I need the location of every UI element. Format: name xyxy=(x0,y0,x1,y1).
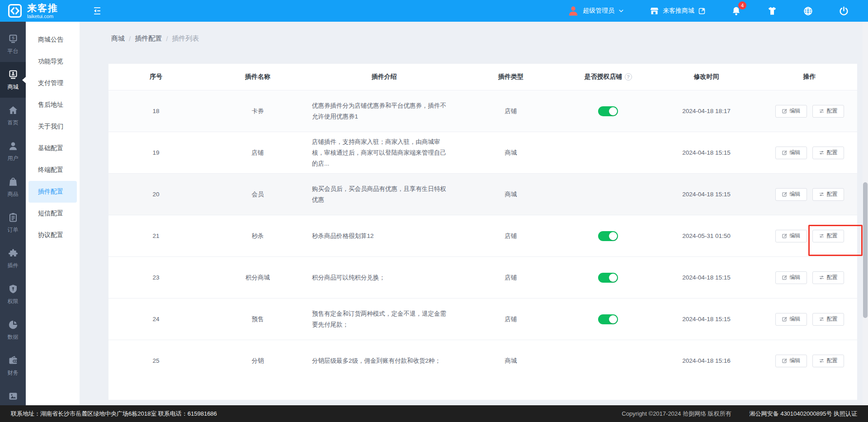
edit-button[interactable]: 编辑 xyxy=(775,230,807,242)
active-caret xyxy=(22,77,26,83)
authorized-cell xyxy=(565,273,651,283)
globe-language-icon[interactable] xyxy=(803,6,813,16)
plugin-name-cell: 店铺 xyxy=(203,149,312,157)
sidebar-item-label: 数据 xyxy=(8,333,19,341)
plugin-desc-cell: 店铺插件，支持商家入驻；商家入驻，由商城审核，审核通过后，商家可以登陆商家端来管… xyxy=(312,137,457,169)
modified-time-cell: 2024-04-18 15:15 xyxy=(651,191,762,198)
actions-cell: 编辑配置 xyxy=(762,271,857,284)
scrollbar-thumb[interactable] xyxy=(863,182,868,318)
collapse-sidebar-icon[interactable] xyxy=(92,6,102,16)
plugin-id-cell: 18 xyxy=(108,108,203,114)
submenu-item[interactable]: 协议配置 xyxy=(26,224,80,246)
config-button[interactable]: 配置 xyxy=(812,271,844,284)
edit-button[interactable]: 编辑 xyxy=(775,147,807,159)
table-header-row: 序号插件名称插件介绍插件类型是否授权店铺?修改时间操作 xyxy=(108,64,857,90)
config-button[interactable]: 配置 xyxy=(812,105,844,118)
sidebar-item-goods[interactable]: 商品 xyxy=(0,169,26,205)
submenu-item[interactable]: 支付管理 xyxy=(26,72,80,94)
sidebar-item-order[interactable]: 订单 xyxy=(0,205,26,241)
edit-icon xyxy=(782,191,788,197)
submenu-item[interactable]: 短信配置 xyxy=(26,203,80,224)
modified-time-cell: 2024-04-18 15:15 xyxy=(651,316,762,322)
plugin-table-card: 序号插件名称插件介绍插件类型是否授权店铺?修改时间操作 18卡券优惠券插件分为店… xyxy=(108,64,857,400)
edit-button[interactable]: 编辑 xyxy=(775,105,807,118)
home-icon xyxy=(8,105,19,116)
sidebar-item-home[interactable]: 首页 xyxy=(0,98,26,133)
column-header-label: 插件介绍 xyxy=(372,73,397,81)
authorized-toggle[interactable] xyxy=(598,314,618,324)
submenu-item[interactable]: 关于我们 xyxy=(26,116,80,138)
sidebar-item-user[interactable]: 用户 xyxy=(0,133,26,169)
config-button[interactable]: 配置 xyxy=(812,230,844,242)
primary-sidebar: S平台商城首页用户商品订单插件权限数据财务素材 xyxy=(0,22,26,405)
column-header: 序号 xyxy=(108,73,203,81)
submenu-item[interactable]: 商城公告 xyxy=(26,29,80,51)
plugin-name-cell: 秒杀 xyxy=(203,232,312,240)
sidebar-item-finance[interactable]: 财务 xyxy=(0,348,26,384)
edit-icon xyxy=(782,316,788,322)
sidebar-item-perm[interactable]: 权限 xyxy=(0,276,26,312)
authorized-toggle[interactable] xyxy=(598,231,618,241)
plugin-id-cell: 24 xyxy=(108,316,203,322)
authorized-toggle[interactable] xyxy=(598,106,618,116)
column-header: 是否授权店铺? xyxy=(565,73,651,81)
secondary-sidebar: 商城公告功能导览支付管理售后地址关于我们基础配置终端配置插件配置短信配置协议配置 xyxy=(26,22,80,405)
external-link-icon xyxy=(698,7,706,15)
order-icon xyxy=(8,212,19,223)
plugin-desc-cell: 分销层级最多2级，佣金到账有付款和收货2种； xyxy=(312,356,457,366)
breadcrumb-separator: / xyxy=(166,35,168,43)
submenu-item[interactable]: 基础配置 xyxy=(26,138,80,159)
submenu-item[interactable]: 售后地址 xyxy=(26,94,80,116)
store-link-label: 来客推商城 xyxy=(663,7,694,15)
mall-icon xyxy=(8,69,19,80)
config-button[interactable]: 配置 xyxy=(812,188,844,201)
theme-tshirt-icon[interactable] xyxy=(767,5,778,16)
plugin-name-cell: 会员 xyxy=(203,190,312,199)
sidebar-item-material[interactable]: 素材 xyxy=(0,384,26,405)
notifications-button[interactable]: 4 xyxy=(731,6,741,16)
column-header: 插件介绍 xyxy=(312,73,457,81)
goods-icon xyxy=(8,176,19,187)
column-header: 修改时间 xyxy=(651,73,762,81)
plugin-desc-cell: 积分商品可以纯积分兑换； xyxy=(312,272,457,283)
plugin-id-cell: 21 xyxy=(108,232,203,239)
config-button[interactable]: 配置 xyxy=(812,147,844,159)
store-icon xyxy=(650,6,659,16)
column-header-label: 插件类型 xyxy=(498,73,524,81)
breadcrumb-item[interactable]: 商城 xyxy=(111,34,125,43)
edit-button[interactable]: 编辑 xyxy=(775,313,807,326)
logout-power-icon[interactable] xyxy=(839,6,849,16)
finance-icon xyxy=(8,355,19,366)
config-icon xyxy=(819,316,825,322)
sidebar-item-platform[interactable]: S平台 xyxy=(0,26,26,62)
sidebar-item-label: 商品 xyxy=(8,190,19,198)
help-icon[interactable]: ? xyxy=(625,73,632,81)
column-header-label: 操作 xyxy=(803,73,816,81)
logo-title: 来客推 xyxy=(27,3,58,13)
config-icon xyxy=(819,275,825,280)
table-row: 21秒杀秒杀商品价格很划算12店铺2024-05-31 01:50编辑配置 xyxy=(108,215,857,256)
config-icon xyxy=(819,108,825,114)
config-button[interactable]: 配置 xyxy=(812,313,844,326)
sidebar-item-data[interactable]: 数据 xyxy=(0,312,26,348)
authorized-toggle[interactable] xyxy=(598,273,618,283)
submenu-item[interactable]: 插件配置 xyxy=(28,181,77,203)
breadcrumb-item: 插件列表 xyxy=(172,34,199,43)
config-button[interactable]: 配置 xyxy=(812,355,844,367)
platform-icon: S xyxy=(8,33,19,44)
edit-button[interactable]: 编辑 xyxy=(775,271,807,284)
plugin-type-cell: 商城 xyxy=(457,190,565,199)
user-menu[interactable]: 超级管理员 xyxy=(567,5,624,17)
sidebar-item-mall[interactable]: 商城 xyxy=(0,62,26,98)
config-wrap: 配置 xyxy=(812,313,844,326)
store-front-link[interactable]: 来客推商城 xyxy=(650,6,706,16)
edit-button[interactable]: 编辑 xyxy=(775,355,807,367)
config-icon xyxy=(819,150,825,156)
plugin-type-cell: 商城 xyxy=(457,357,565,365)
column-header-label: 序号 xyxy=(150,73,162,81)
edit-button[interactable]: 编辑 xyxy=(775,188,807,201)
sidebar-item-plugin[interactable]: 插件 xyxy=(0,241,26,276)
submenu-item[interactable]: 功能导览 xyxy=(26,51,80,72)
breadcrumb-item[interactable]: 插件配置 xyxy=(135,34,162,43)
submenu-item[interactable]: 终端配置 xyxy=(26,159,80,181)
